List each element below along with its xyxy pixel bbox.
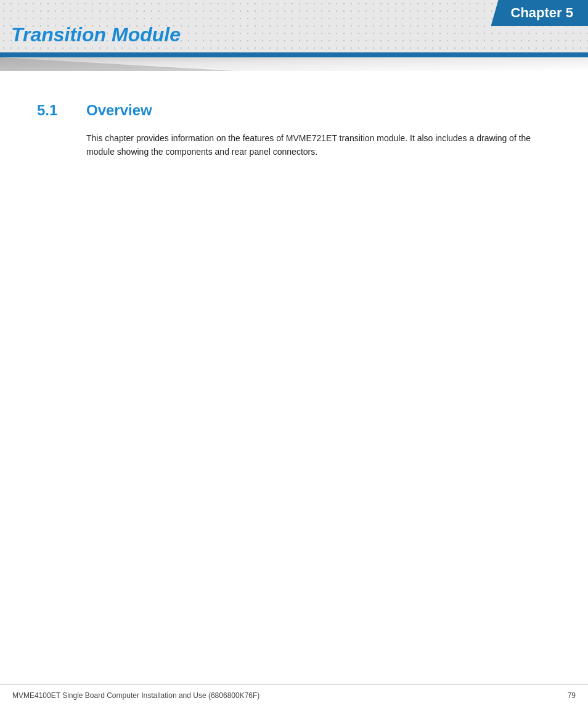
blue-separator-bar: [0, 52, 588, 57]
chapter-label: Chapter 5: [491, 0, 588, 26]
footer: MVME4100ET Single Board Computer Install…: [0, 684, 588, 706]
main-content: 5.1 Overview This chapter provides infor…: [0, 71, 588, 208]
module-title: Transition Module: [11, 23, 181, 46]
chapter-label-text: Chapter 5: [511, 5, 573, 21]
header-area: Chapter 5 Transition Module: [0, 0, 588, 52]
section-number: 5.1: [37, 102, 86, 119]
section-body-text: This chapter provides information on the…: [86, 131, 551, 159]
section-heading: 5.1 Overview: [37, 102, 551, 119]
gray-decorative-bar: [0, 57, 588, 71]
section-title: Overview: [86, 102, 152, 119]
footer-left-text: MVME4100ET Single Board Computer Install…: [12, 691, 259, 700]
footer-page-number: 79: [568, 691, 576, 700]
